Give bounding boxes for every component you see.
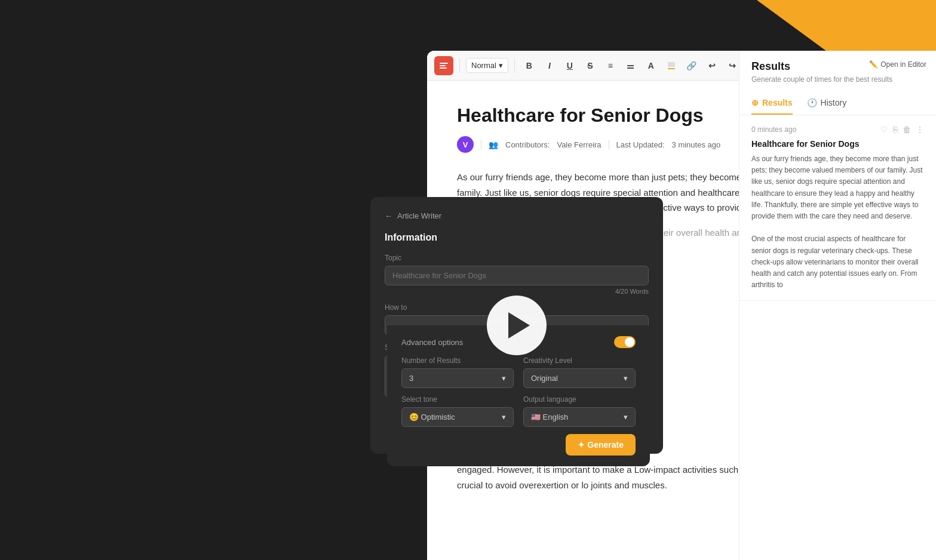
results-panel: Results Generate couple of times for the… <box>739 51 936 560</box>
language-col: Output language 🇺🇸 English ▾ <box>523 395 636 427</box>
num-results-value: 3 <box>409 374 413 383</box>
options-row-2: Select tone 😊 Optimistic ▾ Output langua… <box>401 395 636 427</box>
undo-button[interactable]: ↩ <box>704 57 720 74</box>
italic-button[interactable]: I <box>541 57 558 74</box>
result-doc-title: Healthcare for Senior Dogs <box>751 139 924 149</box>
num-results-label: Number of Results <box>401 356 514 365</box>
last-updated-label: Last Updated: <box>616 140 665 149</box>
last-updated-time: 3 minutes ago <box>672 140 721 149</box>
history-tab-icon: 🕐 <box>807 98 817 107</box>
tab-history[interactable]: 🕐 History <box>807 92 847 115</box>
bold-button[interactable]: B <box>521 57 538 74</box>
copy-icon[interactable]: ⎘ <box>893 125 898 134</box>
results-tabs: ⊕ Results 🕐 History <box>739 92 936 115</box>
delete-icon[interactable]: 🗑 <box>903 125 911 134</box>
open-in-editor-button[interactable]: ✏️ Open in Editor <box>869 60 926 69</box>
svg-rect-5 <box>668 62 675 67</box>
history-tab-label: History <box>821 98 847 107</box>
align-button[interactable]: ⚌ <box>622 57 639 74</box>
underline-button[interactable]: U <box>561 57 578 74</box>
meta-divider <box>481 140 481 149</box>
svg-rect-3 <box>440 65 446 66</box>
result-body: As our furry friends age, they become mo… <box>751 153 924 291</box>
tone-chevron: ▾ <box>502 413 506 421</box>
open-editor-label: Open in Editor <box>880 60 926 69</box>
tone-select[interactable]: 😊 Optimistic ▾ <box>401 407 514 427</box>
language-label: Output language <box>523 395 636 404</box>
modal-section-title: Information <box>385 232 649 243</box>
topic-label: Topic <box>385 254 649 262</box>
tone-col: Select tone 😊 Optimistic ▾ <box>401 395 514 427</box>
modal-title-back[interactable]: Article Writer <box>397 211 441 220</box>
result-card-actions: ♡ ⎘ 🗑 ⋮ <box>880 125 924 134</box>
font-color-button[interactable]: A <box>643 57 659 74</box>
creativity-select[interactable]: Original ▾ <box>523 368 636 388</box>
play-button[interactable] <box>487 296 547 355</box>
topic-word-count: 4/20 Words <box>385 288 649 295</box>
topic-input[interactable] <box>385 266 649 285</box>
language-select[interactable]: 🇺🇸 English ▾ <box>523 407 636 427</box>
result-card-header: 0 minutes ago ♡ ⎘ 🗑 ⋮ <box>751 125 924 134</box>
tone-label: Select tone <box>401 395 514 404</box>
advanced-options-label: Advanced options <box>401 338 463 347</box>
brand-icon <box>438 60 449 71</box>
results-tab-icon: ⊕ <box>751 98 759 107</box>
svg-rect-6 <box>668 68 675 69</box>
link-button[interactable]: 🔗 <box>683 57 700 74</box>
creativity-label: Creativity Level <box>523 356 636 365</box>
toolbar-brand-button[interactable] <box>434 56 453 75</box>
toolbar-divider-2 <box>514 59 515 73</box>
num-results-col: Number of Results 3 ▾ <box>401 356 514 388</box>
language-chevron: ▾ <box>624 413 628 421</box>
topic-section: Topic 4/20 Words <box>385 254 649 295</box>
options-row-1: Number of Results 3 ▾ Creativity Level O… <box>401 356 636 388</box>
more-actions-icon[interactable]: ⋮ <box>916 125 924 134</box>
language-value: 🇺🇸 English <box>531 413 568 421</box>
tab-results[interactable]: ⊕ Results <box>751 92 793 115</box>
list-button[interactable]: ≡ <box>602 57 619 74</box>
result-time: 0 minutes ago <box>751 125 796 134</box>
results-subtitle: Generate couple of times for the best re… <box>751 75 892 84</box>
chevron-down-icon: ▾ <box>499 61 503 70</box>
left-panel <box>0 0 388 560</box>
contributors-label: Contributors: <box>505 140 550 149</box>
results-tab-label: Results <box>762 98 793 107</box>
highlight-icon <box>667 61 676 70</box>
highlight-button[interactable] <box>663 57 680 74</box>
meta-divider-2 <box>609 140 609 149</box>
style-select[interactable]: Normal ▾ <box>466 58 508 73</box>
style-select-value: Normal <box>471 61 496 70</box>
results-header: Results Generate couple of times for the… <box>739 51 936 92</box>
contributor-name: Vale Ferreira <box>557 140 601 149</box>
result-card: 0 minutes ago ♡ ⎘ 🗑 ⋮ Healthcare for Sen… <box>739 115 936 301</box>
contributors-icon: 👥 <box>489 140 498 149</box>
avatar: V <box>457 136 474 153</box>
creativity-chevron: ▾ <box>624 374 628 383</box>
generate-button[interactable]: ✦ Generate <box>566 434 636 456</box>
svg-rect-4 <box>440 67 447 69</box>
advanced-options-toggle[interactable] <box>614 336 636 348</box>
modal-back: ← Article Writer <box>385 211 649 220</box>
favorite-icon[interactable]: ♡ <box>880 125 888 134</box>
tone-value: 😊 Optimistic <box>409 413 455 421</box>
svg-rect-2 <box>440 63 448 64</box>
redo-button[interactable]: ↪ <box>724 57 741 74</box>
back-arrow: ← <box>385 211 392 220</box>
strikethrough-button[interactable]: S <box>582 57 599 74</box>
play-triangle-icon <box>508 312 530 339</box>
num-results-select[interactable]: 3 ▾ <box>401 368 514 388</box>
edit-icon: ✏️ <box>869 60 878 69</box>
num-results-chevron: ▾ <box>502 374 506 383</box>
creativity-col: Creativity Level Original ▾ <box>523 356 636 388</box>
creativity-value: Original <box>531 374 558 383</box>
toolbar-divider-1 <box>459 59 460 73</box>
